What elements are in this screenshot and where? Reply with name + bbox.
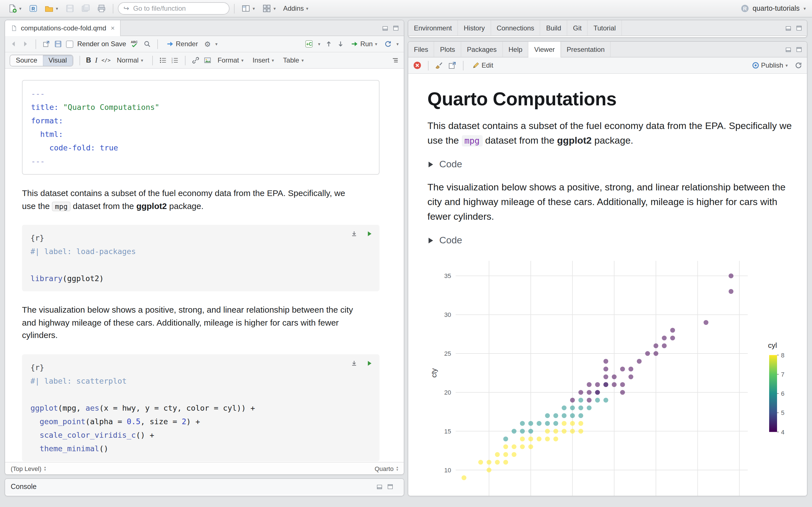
table-menu[interactable]: Table▾ xyxy=(281,54,306,66)
tab-presentation[interactable]: Presentation xyxy=(561,42,611,57)
refresh-icon[interactable] xyxy=(795,61,802,69)
save-all-button[interactable] xyxy=(79,2,93,15)
render-label: Render xyxy=(175,40,198,48)
render-on-save-checkbox[interactable] xyxy=(66,40,73,48)
run-previous-icon[interactable] xyxy=(325,40,333,48)
tab-history[interactable]: History xyxy=(458,20,491,36)
tab-plots[interactable]: Plots xyxy=(435,42,461,57)
caret-down-icon: ▾ xyxy=(374,41,378,47)
addins-menu[interactable]: Addins ▾ xyxy=(281,2,311,15)
run-chunk-icon[interactable] xyxy=(365,359,373,367)
tab-git[interactable]: Git xyxy=(567,20,588,36)
document-paragraph: This dataset contains a subset of the fu… xyxy=(427,119,794,149)
maximize-pane-icon[interactable] xyxy=(796,46,802,53)
run-label: Run xyxy=(360,40,373,48)
tab-packages[interactable]: Packages xyxy=(461,42,503,57)
popout-icon[interactable] xyxy=(42,40,50,48)
bullet-list-icon[interactable] xyxy=(159,56,167,64)
format-menu[interactable]: Format▾ xyxy=(215,54,246,66)
run-chunks-above-icon[interactable] xyxy=(350,359,358,367)
editor-tab[interactable]: computations-code-fold.qmd × xyxy=(5,20,121,36)
clear-viewer-icon[interactable] xyxy=(413,61,422,70)
spellcheck-icon[interactable]: ABC xyxy=(130,40,139,48)
back-icon[interactable] xyxy=(10,40,17,48)
maximize-pane-icon[interactable] xyxy=(387,483,394,490)
tab-viewer[interactable]: Viewer xyxy=(529,42,561,57)
save-icon[interactable] xyxy=(54,40,62,48)
paragraph-style-menu[interactable]: Normal ▾ xyxy=(114,54,146,66)
source-mode-button[interactable]: Source xyxy=(10,55,43,66)
search-icon[interactable] xyxy=(143,40,151,48)
code-chunk-load-packages[interactable]: {r}#| label: load-packages library(ggplo… xyxy=(22,225,379,291)
workspace-panes-button[interactable]: ▾ xyxy=(239,2,258,15)
edit-button[interactable]: Edit xyxy=(470,59,495,71)
numbered-list-icon[interactable]: 123 xyxy=(171,56,179,64)
insert-menu[interactable]: Insert▾ xyxy=(250,54,277,66)
run-next-icon[interactable] xyxy=(337,40,345,48)
code-chunk-scatterplot[interactable]: {r}#| label: scatterplot ggplot(mpg, aes… xyxy=(22,354,379,461)
goto-file-input[interactable] xyxy=(132,4,213,13)
yaml-block[interactable]: ---title: "Quarto Computations"format: h… xyxy=(22,80,379,175)
edit-label: Edit xyxy=(481,61,493,69)
code-fold-toggle[interactable]: Code xyxy=(428,159,807,170)
save-button[interactable] xyxy=(63,2,77,15)
svg-text:15: 15 xyxy=(444,428,451,435)
save-icon xyxy=(65,4,74,13)
tab-tutorial[interactable]: Tutorial xyxy=(588,20,622,36)
code-fold-toggle[interactable]: Code xyxy=(428,235,807,246)
visual-mode-button[interactable]: Visual xyxy=(43,55,72,66)
image-icon[interactable] xyxy=(204,56,211,64)
broom-icon[interactable] xyxy=(435,61,444,70)
tab-connections[interactable]: Connections xyxy=(491,20,540,36)
insert-chunk-icon[interactable]: +C xyxy=(305,40,313,48)
chunk-code: {r}#| label: scatterplot ggplot(mpg, aes… xyxy=(31,360,371,455)
close-icon[interactable]: × xyxy=(111,24,115,32)
italic-button[interactable]: I xyxy=(95,56,98,65)
minimize-pane-icon[interactable] xyxy=(382,24,389,31)
bold-button[interactable]: B xyxy=(86,56,91,64)
rerun-icon[interactable] xyxy=(384,40,392,48)
tab-files[interactable]: Files xyxy=(408,42,435,57)
gear-icon[interactable]: ⚙ xyxy=(204,40,211,48)
columns-icon xyxy=(241,4,250,13)
editor-paragraph[interactable]: The visualization below shows a positive… xyxy=(22,304,360,342)
open-file-button[interactable]: ▾ xyxy=(42,2,61,15)
print-button[interactable] xyxy=(95,2,108,15)
link-icon[interactable] xyxy=(192,56,200,64)
maximize-pane-icon[interactable] xyxy=(393,24,399,31)
popout-icon[interactable] xyxy=(448,61,457,70)
paragraph-style-label: Normal xyxy=(117,56,139,64)
editor-tabbar: computations-code-fold.qmd × xyxy=(5,20,404,36)
outline-location-selector[interactable]: (Top Level) ▴▾ xyxy=(11,465,46,472)
svg-text:4: 4 xyxy=(781,429,784,436)
run-chunks-above-icon[interactable] xyxy=(350,230,358,238)
visual-editor-canvas[interactable]: ---title: "Quarto Computations"format: h… xyxy=(5,69,404,462)
print-icon xyxy=(97,4,106,13)
toolbar-divider xyxy=(463,61,463,70)
editor-paragraph[interactable]: This dataset contains a subset of the fu… xyxy=(22,187,360,212)
project-menu[interactable]: R quarto-tutorials ▾ xyxy=(740,4,806,13)
run-button[interactable]: Run ▾ xyxy=(349,38,380,50)
inline-code-button[interactable]: </> xyxy=(101,57,111,63)
minimize-pane-icon[interactable] xyxy=(376,483,383,490)
publish-button[interactable]: Publish ▾ xyxy=(749,59,791,71)
goto-file-box[interactable]: ↪ xyxy=(118,2,230,15)
forward-icon[interactable] xyxy=(21,40,29,48)
pane-layout: computations-code-fold.qmd × Rende xyxy=(0,17,812,501)
language-mode-selector[interactable]: Quarto ▴▾ xyxy=(375,465,398,472)
new-project-button[interactable]: R xyxy=(27,2,40,15)
new-file-button[interactable]: ▾ xyxy=(6,2,24,15)
outline-toggle-icon[interactable] xyxy=(391,56,399,64)
render-button[interactable]: Render xyxy=(164,38,200,50)
svg-text:3: 3 xyxy=(171,61,173,64)
minimize-pane-icon[interactable] xyxy=(785,24,792,31)
right-column: Environment History Connections Build Gi… xyxy=(408,20,808,496)
tab-help[interactable]: Help xyxy=(503,42,528,57)
maximize-pane-icon[interactable] xyxy=(796,24,802,31)
pane-layout-button[interactable]: ▾ xyxy=(260,2,278,15)
minimize-pane-icon[interactable] xyxy=(785,46,792,53)
tab-environment[interactable]: Environment xyxy=(408,20,458,36)
run-chunk-icon[interactable] xyxy=(365,230,373,238)
tab-build[interactable]: Build xyxy=(541,20,567,36)
up-down-icon: ▴▾ xyxy=(44,466,46,471)
